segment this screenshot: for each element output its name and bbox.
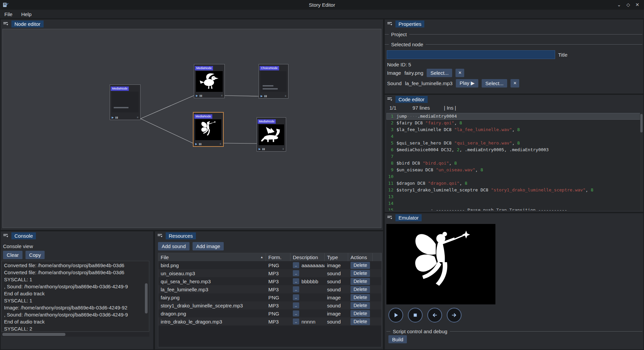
code-text: $story1_drako_luminelle_sceptre DC8 "sto…	[396, 187, 593, 193]
mini-menu-icon[interactable]: ≡	[221, 94, 223, 97]
next-button[interactable]	[447, 308, 462, 323]
resources-table: File▲ Form. Description Type Actions bir…	[158, 253, 382, 347]
delete-button[interactable]: Delete	[351, 310, 370, 317]
console-horizontal-scrollbar[interactable]	[1, 332, 149, 337]
mini-pause-icon[interactable]: ▮▮	[199, 94, 202, 97]
mini-play-icon[interactable]: ▶	[195, 142, 197, 145]
graph-node[interactable]: ChoiceNode▶▮▮≡	[259, 64, 288, 99]
edit-description-button[interactable]: ..	[293, 262, 299, 268]
mini-menu-icon[interactable]: ≡	[137, 116, 139, 119]
sound-clear-button[interactable]: ✕	[511, 79, 519, 88]
delete-button[interactable]: Delete	[351, 262, 370, 269]
table-row[interactable]: qui_sera_le_hero.mp3MP3..bbbbbbsoundDele…	[158, 277, 381, 285]
mini-menu-icon[interactable]: ≡	[282, 148, 284, 151]
title-input[interactable]	[387, 50, 555, 59]
play-button[interactable]	[388, 308, 403, 323]
table-row[interactable]: dragon.pngPNG..imageDelete	[158, 309, 381, 317]
cell-description: ..	[290, 286, 325, 292]
table-row[interactable]: fairy.pngPNG..imageDelete	[158, 293, 381, 301]
node-mini-controls[interactable]: ▶▮▮≡	[259, 148, 284, 151]
mini-play-icon[interactable]: ▶	[196, 94, 198, 97]
clear-button[interactable]: Clear	[3, 251, 22, 259]
table-row[interactable]: un_oiseau.mp3MP3..soundDelete	[158, 269, 381, 277]
mini-menu-icon[interactable]: ≡	[285, 95, 286, 98]
mini-play-icon[interactable]: ▶	[112, 116, 114, 119]
add-sound-button[interactable]: Add sound	[158, 242, 190, 250]
edit-description-button[interactable]: ..	[293, 318, 299, 325]
scrollbar-thumb[interactable]	[640, 114, 643, 132]
table-row[interactable]: la_fee_luminelle.mp3MP3..soundDelete	[158, 285, 381, 293]
collapse-panel-icon[interactable]	[3, 21, 8, 26]
console-log[interactable]: Converted file: /home/anthony/ostproj/ba…	[1, 261, 149, 332]
prev-button[interactable]	[427, 308, 442, 323]
node-mini-controls[interactable]: ▶▮▮≡	[112, 116, 139, 119]
graph-node[interactable]: MediaNode▶▮▮≡	[194, 64, 225, 98]
mini-pause-icon[interactable]: ▮▮	[199, 142, 202, 145]
line-number: 1	[386, 113, 396, 120]
edit-description-button[interactable]: ..	[293, 302, 299, 308]
node-graph-canvas[interactable]: MediaNode▶▮▮≡MediaNode▶▮▮≡ChoiceNode▶▮▮≡…	[2, 29, 381, 228]
delete-button[interactable]: Delete	[351, 286, 370, 293]
scrollbar-thumb[interactable]	[2, 333, 65, 336]
sound-select-button[interactable]: Select...	[482, 79, 507, 88]
table-row[interactable]: intro_drako_le_dragon.mp3MP3..nnnnnsound…	[158, 317, 381, 326]
delete-button[interactable]: Delete	[351, 278, 370, 285]
table-row[interactable]: story1_drako_luminelle_sceptre.mp3MP3..s…	[158, 301, 381, 309]
edit-description-button[interactable]: ..	[293, 294, 299, 300]
cell-description: ..	[290, 294, 325, 300]
table-row[interactable]: bird.pngPNG..aaaaaaaaaimageDelete	[158, 261, 381, 269]
mini-play-icon[interactable]: ▶	[259, 148, 261, 151]
mini-play-icon[interactable]: ▶	[261, 95, 263, 98]
collapse-panel-icon[interactable]	[387, 97, 392, 102]
menu-file[interactable]: File	[0, 10, 17, 18]
dragon-image	[260, 125, 283, 144]
collapse-panel-icon[interactable]	[387, 215, 392, 220]
column-header-type[interactable]: Type	[325, 253, 348, 261]
delete-button[interactable]: Delete	[351, 294, 370, 301]
image-select-button[interactable]: Select...	[427, 69, 452, 77]
mini-pause-icon[interactable]: ▮▮	[262, 148, 265, 151]
collapse-panel-icon[interactable]	[157, 233, 163, 238]
code-text-area[interactable]: 1jump····.mediaEntry00042$fairy DC8 "fai…	[386, 113, 642, 211]
mini-pause-icon[interactable]: ▮▮	[264, 95, 267, 98]
mini-menu-icon[interactable]: ≡	[220, 142, 221, 145]
delete-button[interactable]: Delete	[351, 302, 370, 309]
node-mini-controls[interactable]: ▶▮▮≡	[195, 142, 221, 145]
close-icon[interactable]: ✕	[635, 0, 639, 10]
minimize-icon[interactable]: ⌄	[617, 0, 621, 10]
edit-description-button[interactable]: ..	[293, 270, 299, 276]
column-header-actions[interactable]: Actions	[348, 253, 373, 261]
column-header-file[interactable]: File▲	[158, 253, 266, 261]
collapse-panel-icon[interactable]	[387, 21, 392, 26]
graph-node[interactable]: MediaNode▶▮▮≡	[110, 84, 141, 120]
mini-pause-icon[interactable]: ▮▮	[115, 116, 118, 119]
stop-button[interactable]	[408, 308, 423, 323]
code-vertical-scrollbar[interactable]	[640, 113, 643, 211]
edit-description-button[interactable]: ..	[293, 278, 299, 284]
graph-node[interactable]: MediaNode▶▮▮≡	[257, 117, 286, 152]
sound-play-button[interactable]: Play ▶	[456, 79, 478, 88]
cell-actions: Delete	[348, 286, 373, 293]
maximize-icon[interactable]: ◇	[626, 0, 630, 10]
column-header-form[interactable]: Form.	[266, 253, 290, 261]
code-line: 13	[386, 193, 642, 200]
menu-help[interactable]: Help	[17, 10, 36, 18]
code-text: $mediaChoice0004 DC32, 2, .mediaEntry000…	[396, 147, 549, 153]
node-mini-controls[interactable]: ▶▮▮≡	[261, 95, 286, 98]
graph-node[interactable]: MediaNode▶▮▮≡	[193, 112, 224, 147]
code-line: 12$story1_drako_luminelle_sceptre DC8 "s…	[386, 187, 642, 193]
image-clear-button[interactable]: ✕	[455, 69, 464, 77]
collapse-panel-icon[interactable]	[3, 233, 8, 238]
console-log-line: , Sound: /home/anthony/ostproj/ba869e4b-…	[4, 283, 147, 290]
copy-button[interactable]: Copy	[25, 251, 45, 259]
edit-description-button[interactable]: ..	[293, 286, 299, 292]
build-button[interactable]: Build	[388, 335, 407, 343]
code-line: 1jump····.mediaEntry0004	[386, 113, 642, 120]
delete-button[interactable]: Delete	[351, 318, 370, 325]
node-mini-controls[interactable]: ▶▮▮≡	[196, 94, 223, 97]
edit-description-button[interactable]: ..	[293, 310, 299, 316]
add-image-button[interactable]: Add image	[193, 242, 224, 250]
column-header-description[interactable]: Description	[290, 253, 325, 261]
console-vertical-scrollbar[interactable]	[145, 283, 148, 313]
delete-button[interactable]: Delete	[351, 270, 370, 277]
